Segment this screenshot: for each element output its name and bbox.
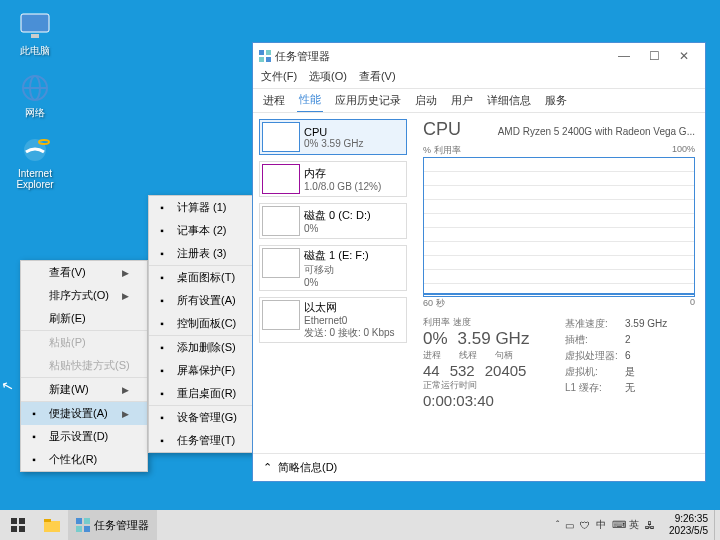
cpl-icon: ▪ [155, 317, 169, 331]
svg-rect-20 [84, 526, 90, 532]
window-title: 任务管理器 [275, 49, 330, 64]
menu-item[interactable]: ▪注册表 (3) [149, 242, 257, 266]
graph-label-br: 0 [690, 297, 695, 310]
graph-label-tl: % 利用率 [423, 144, 461, 157]
perf-sidebar: CPU0% 3.59 GHz内存1.0/8.0 GB (12%)磁盘 0 (C:… [253, 113, 413, 453]
menu-item[interactable]: 文件(F) [261, 69, 297, 88]
close-button[interactable]: ✕ [669, 49, 699, 63]
refresh-icon: ▪ [155, 387, 169, 401]
tab-3[interactable]: 启动 [413, 89, 439, 112]
gear2-icon: ▪ [155, 294, 169, 308]
menu-item[interactable]: ▪桌面图标(T) [149, 266, 257, 289]
svg-rect-12 [19, 518, 25, 524]
chevron-up-icon: ⌃ [263, 461, 272, 474]
task-manager-window: 任务管理器 — ☐ ✕ 文件(F)选项(O)查看(V) 进程性能应用历史记录启动… [252, 42, 706, 482]
system-tray[interactable]: ˆ ▭ 🛡 中 ⌨ 英 🖧 [548, 518, 663, 532]
minimize-button[interactable]: — [609, 49, 639, 63]
chevron-right-icon: ▶ [122, 409, 129, 419]
tray-network-icon[interactable]: 🖧 [645, 520, 655, 531]
chevron-right-icon: ▶ [122, 291, 129, 301]
perf-card-res[interactable]: 以太网Ethernet0发送: 0 接收: 0 Kbps [259, 297, 407, 343]
svg-rect-13 [11, 526, 17, 532]
desktop-context-submenu[interactable]: ▪计算器 (1)▪记事本 (2)▪注册表 (3)▪桌面图标(T)▪所有设置(A)… [148, 195, 258, 453]
ime-indicator2[interactable]: ⌨ 英 [612, 518, 639, 532]
tab-1[interactable]: 性能 [297, 88, 323, 112]
perf-card-cpu[interactable]: CPU0% 3.59 GHz [259, 119, 407, 155]
desktop-context-menu[interactable]: 查看(V)▶排序方式(O)▶刷新(E)粘贴(P)粘贴快捷方式(S)新建(W)▶▪… [20, 260, 148, 472]
note-icon: ▪ [155, 224, 169, 238]
tray-security-icon[interactable]: 🛡 [580, 520, 590, 531]
chevron-right-icon: ▶ [122, 268, 129, 278]
menu-item[interactable]: ▪屏幕保护(F) [149, 359, 257, 382]
menu-item: 粘贴(P) [21, 331, 147, 354]
cursor-icon: ↖ [0, 377, 16, 396]
menu-item[interactable]: ▪控制面板(C) [149, 312, 257, 336]
tab-6[interactable]: 服务 [543, 89, 569, 112]
clock[interactable]: 9:26:35 2023/5/5 [663, 513, 714, 537]
perf-card-res[interactable]: 磁盘 1 (E: F:)可移动0% [259, 245, 407, 291]
reg-icon: ▪ [155, 247, 169, 261]
menu-item[interactable]: ▪显示设置(D) [21, 425, 147, 448]
gear-icon: ▪ [27, 407, 41, 421]
detail-title: CPU [423, 119, 461, 140]
graph-label-bl: 60 秒 [423, 297, 445, 310]
ime-indicator[interactable]: 中 [596, 518, 606, 532]
pc-icon [19, 10, 51, 42]
tab-5[interactable]: 详细信息 [485, 89, 533, 112]
calc-icon: ▪ [155, 201, 169, 215]
perf-card-res[interactable]: 磁盘 0 (C: D:)0% [259, 203, 407, 239]
svg-rect-9 [259, 57, 264, 62]
deskico-icon: ▪ [155, 271, 169, 285]
mini-graph [262, 300, 300, 330]
taskbar-app-task-manager[interactable]: 任务管理器 [68, 510, 157, 540]
svg-rect-14 [19, 526, 25, 532]
menu-item: 粘贴快捷方式(S) [21, 354, 147, 378]
file-explorer-button[interactable] [36, 510, 68, 540]
maximize-button[interactable]: ☐ [639, 49, 669, 63]
graph-label-tr: 100% [672, 144, 695, 157]
menu-item[interactable]: 新建(W)▶ [21, 378, 147, 402]
net-icon [19, 72, 51, 104]
menu-item[interactable]: 选项(O) [309, 69, 347, 88]
fewer-details-button[interactable]: ⌃ 简略信息(D) [253, 453, 705, 481]
menu-item[interactable]: 查看(V)▶ [21, 261, 147, 284]
desktop-icon-ie[interactable]: Internet Explorer [10, 134, 60, 190]
menu-item[interactable]: ▪记事本 (2) [149, 219, 257, 242]
window-titlebar[interactable]: 任务管理器 — ☐ ✕ [253, 43, 705, 69]
svg-rect-18 [84, 518, 90, 524]
menu-item[interactable]: ▪重启桌面(R) [149, 382, 257, 406]
svg-rect-0 [21, 14, 49, 32]
tab-0[interactable]: 进程 [261, 89, 287, 112]
menu-item[interactable]: ▪设备管理(G) [149, 406, 257, 429]
display-icon: ▪ [27, 430, 41, 444]
tab-strip: 进程性能应用历史记录启动用户详细信息服务 [253, 89, 705, 113]
menu-item[interactable]: ▪添加删除(S) [149, 336, 257, 359]
brush-icon: ▪ [27, 453, 41, 467]
menu-item[interactable]: ▪计算器 (1) [149, 196, 257, 219]
start-button[interactable] [0, 510, 36, 540]
tray-action-center-icon[interactable]: ▭ [565, 520, 574, 531]
svg-rect-1 [31, 34, 39, 38]
mini-graph [262, 206, 300, 236]
desktop-icon-pc[interactable]: 此电脑 [10, 10, 60, 58]
show-desktop-button[interactable] [714, 510, 720, 540]
svg-rect-19 [76, 526, 82, 532]
tab-2[interactable]: 应用历史记录 [333, 89, 403, 112]
menu-item[interactable]: ▪所有设置(A) [149, 289, 257, 312]
svg-rect-8 [266, 50, 271, 55]
tray-chevron-icon[interactable]: ˆ [556, 520, 559, 531]
mini-graph [262, 122, 300, 152]
menu-item[interactable]: 查看(V) [359, 69, 396, 88]
menu-item[interactable]: ▪任务管理(T) [149, 429, 257, 452]
menu-item[interactable]: ▪便捷设置(A)▶ [21, 402, 147, 425]
perf-card-mem[interactable]: 内存1.0/8.0 GB (12%) [259, 161, 407, 197]
mini-graph [262, 164, 300, 194]
tm-icon: ▪ [155, 434, 169, 448]
tab-4[interactable]: 用户 [449, 89, 475, 112]
menu-item[interactable]: ▪个性化(R) [21, 448, 147, 471]
menu-item[interactable]: 排序方式(O)▶ [21, 284, 147, 307]
svg-rect-16 [44, 519, 51, 522]
desktop-icon-net[interactable]: 网络 [10, 72, 60, 120]
svg-rect-7 [259, 50, 264, 55]
menu-item[interactable]: 刷新(E) [21, 307, 147, 331]
